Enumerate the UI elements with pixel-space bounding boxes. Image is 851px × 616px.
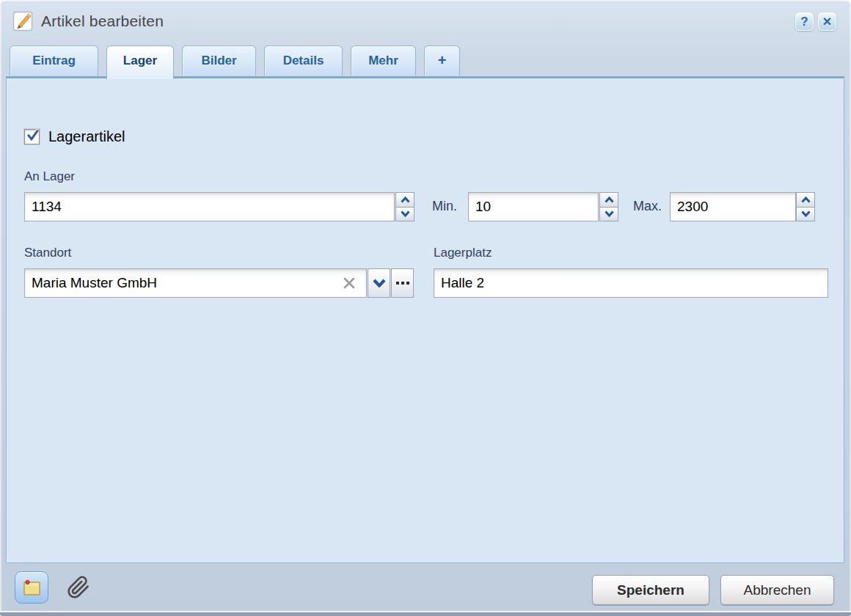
lagerartikel-row: Lagerartikel [24,128,125,145]
tab-bilder[interactable]: Bilder [182,45,256,76]
chevron-down-icon [373,279,386,287]
max-label: Max. [633,199,662,214]
clear-x-icon[interactable] [343,276,356,290]
attachment-button[interactable] [65,572,92,603]
standort-input[interactable] [24,268,367,298]
min-spinner [599,192,618,221]
chevron-down-icon[interactable] [599,207,618,222]
lagerartikel-label: Lagerartikel [48,128,125,145]
an-lager-spinner [395,192,414,221]
lagerplatz-label: Lagerplatz [434,246,492,260]
help-button[interactable]: ? [795,12,814,31]
sticky-note-icon [21,576,43,598]
chevron-down-icon[interactable] [395,207,414,222]
dialog-title: Artikel bearbeiten [41,12,164,30]
close-button[interactable]: ✕ [818,12,836,31]
chevron-up-icon[interactable] [395,192,414,207]
an-lager-input[interactable] [24,192,395,221]
min-input[interactable] [468,192,599,221]
tab-mehr[interactable]: Mehr [351,45,416,76]
lager-tab-panel: Lagerartikel An Lager Min. Max. [6,76,844,563]
an-lager-label: An Lager [24,169,75,184]
tab-lager[interactable]: Lager [106,45,174,79]
title-bar: Artikel bearbeiten ? ✕ [0,0,851,45]
ellipsis-icon [396,282,409,285]
tab-eintrag[interactable]: Eintrag [10,45,98,76]
pencil-edit-icon [12,11,33,32]
chevron-up-icon[interactable] [599,192,618,207]
footer-bar: Speichern Abbrechen [0,563,851,612]
tab-details[interactable]: Details [264,45,343,76]
notes-button[interactable] [15,571,48,604]
checkbox-checkmark-icon [26,128,39,144]
dialog-window: Artikel bearbeiten ? ✕ Eintrag Lager Bil… [0,0,851,616]
standort-browse-button[interactable] [391,268,414,298]
chevron-down-icon[interactable] [796,207,815,222]
max-spinner [796,192,815,221]
save-button[interactable]: Speichern [592,575,709,605]
max-input[interactable] [670,192,796,221]
lagerartikel-checkbox[interactable] [24,129,40,144]
tab-bar: Eintrag Lager Bilder Details Mehr + [10,45,468,78]
chevron-up-icon[interactable] [796,192,815,207]
cancel-button[interactable]: Abbrechen [720,575,834,605]
paperclip-icon [67,574,90,601]
standort-label: Standort [24,246,71,260]
min-label: Min. [432,199,457,214]
standort-dropdown-button[interactable] [368,268,390,298]
tab-add[interactable]: + [424,45,460,76]
lagerplatz-input[interactable] [434,268,828,298]
